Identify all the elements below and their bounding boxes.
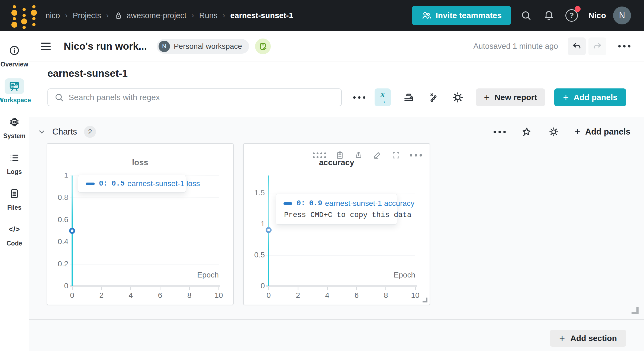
sidebar-item-logs[interactable]: Logs xyxy=(0,145,29,181)
breadcrumb-project[interactable]: awesome-project xyxy=(127,11,186,20)
data-point[interactable] xyxy=(69,228,75,234)
panel-accuracy[interactable]: accuracy 00.511.50246810Epoch 0: 0.9 ear… xyxy=(243,143,430,305)
x-tick-label: 6 xyxy=(346,291,368,300)
loss-chart-plot[interactable]: 00.20.40.60.810246810Epoch xyxy=(47,144,233,305)
x-tick-label: 2 xyxy=(91,291,112,300)
top-navbar: nico › Projects › awesome-project › Runs… xyxy=(0,0,644,31)
y-tick-label: 1 xyxy=(47,171,68,180)
personal-workspace-badge[interactable]: N Personal workspace xyxy=(157,39,249,54)
y-tick-label: 0.8 xyxy=(47,193,68,202)
list-icon xyxy=(5,150,24,166)
sidebar-item-code[interactable]: </> Code xyxy=(0,216,29,252)
settings-gear-icon[interactable] xyxy=(451,90,465,105)
workspace-title[interactable]: Nico's run work... xyxy=(64,41,147,52)
tooltip-step: 0: xyxy=(297,199,305,208)
section-overflow-menu-icon[interactable] xyxy=(494,131,506,133)
create-report-icon[interactable] xyxy=(255,39,271,54)
x-tick-mark xyxy=(298,287,298,290)
breadcrumb-separator: › xyxy=(106,11,109,20)
gridline xyxy=(266,193,415,193)
avatar[interactable]: N xyxy=(613,7,631,24)
data-point[interactable] xyxy=(266,227,272,233)
notifications-bell-icon[interactable] xyxy=(541,8,556,23)
sidebar-item-overview[interactable]: Overview xyxy=(0,37,29,73)
y-tick-label: 0.2 xyxy=(47,260,68,268)
breadcrumb-runs[interactable]: Runs xyxy=(199,11,218,20)
y-tick-label: 0 xyxy=(47,282,68,290)
panel-count-badge: 2 xyxy=(84,126,96,138)
sidebar-item-label: Code xyxy=(7,240,22,247)
panel-resize-handle[interactable] xyxy=(423,298,427,302)
new-report-button[interactable]: + New report xyxy=(476,88,545,106)
tooltip-value: 0.9 xyxy=(309,199,322,208)
run-name-heading: earnest-sunset-1 xyxy=(47,68,128,79)
x-axis-settings-button[interactable]: x → xyxy=(375,88,391,106)
breadcrumb-run-name[interactable]: earnest-sunset-1 xyxy=(230,11,293,20)
y-tick-label: 1.5 xyxy=(244,189,265,197)
redo-button[interactable] xyxy=(588,37,606,55)
add-section-label: Add section xyxy=(570,334,617,343)
plus-icon: + xyxy=(563,92,569,102)
add-panels-button[interactable]: + Add panels xyxy=(554,88,626,106)
people-icon xyxy=(421,10,432,21)
info-icon xyxy=(5,43,24,58)
search-icon[interactable] xyxy=(519,8,534,23)
charts-section: Charts 2 + Add pa xyxy=(29,117,644,351)
y-tick-label: 0.6 xyxy=(47,215,68,224)
panel-search-box[interactable] xyxy=(47,88,342,106)
sidebar-item-files[interactable]: Files xyxy=(0,181,29,216)
help-icon[interactable]: ? xyxy=(564,8,579,23)
x-tick-mark xyxy=(160,287,160,290)
app-screen: nico › Projects › awesome-project › Runs… xyxy=(0,0,644,351)
chevron-down-icon[interactable] xyxy=(37,127,46,136)
tooltip-copy-hint: Press CMD+C to copy this data xyxy=(276,211,397,219)
sidebar-item-workspace[interactable]: Workspace xyxy=(0,73,29,109)
x-tick-mark xyxy=(72,287,73,290)
tooltip-step: 0: xyxy=(99,180,108,188)
sidebar-item-label: Overview xyxy=(1,61,28,68)
invite-teammates-button[interactable]: Invite teammates xyxy=(412,6,511,25)
sidebar-item-label: Files xyxy=(7,204,21,211)
search-input[interactable] xyxy=(69,93,335,102)
sidebar-item-system[interactable]: System xyxy=(0,109,29,145)
charts-section-header: Charts 2 + Add pa xyxy=(37,124,630,139)
wandb-logo-icon[interactable] xyxy=(11,4,40,27)
smoothing-iron-icon[interactable] xyxy=(402,90,416,105)
undo-button[interactable] xyxy=(568,37,586,55)
charts-section-title[interactable]: Charts xyxy=(52,127,77,137)
x-tick-label: 4 xyxy=(316,291,338,300)
chip-icon xyxy=(5,114,24,130)
workspace-overflow-menu-icon[interactable] xyxy=(618,45,630,47)
add-section-button[interactable]: + Add section xyxy=(550,330,626,347)
x-axis xyxy=(266,285,417,287)
breadcrumb-projects[interactable]: Projects xyxy=(73,11,101,20)
tooltip-series-name: earnest-sunset-1 loss xyxy=(127,179,200,188)
breadcrumb-entity[interactable]: nico xyxy=(46,11,60,20)
invite-teammates-label: Invite teammates xyxy=(436,11,502,20)
x-tick-label: 8 xyxy=(179,291,200,300)
lock-icon xyxy=(114,11,123,20)
section-add-panels-button[interactable]: + Add panels xyxy=(575,127,630,137)
panel-loss[interactable]: loss 00.20.40.60.810246810Epoch 0: 0.5 e… xyxy=(47,143,234,305)
x-axis-label: Epoch xyxy=(165,271,219,279)
gridline xyxy=(70,197,219,198)
user-name[interactable]: Nico xyxy=(588,11,606,20)
panel-search-row: x → + New report + xyxy=(47,88,626,106)
sidebar-item-label: Logs xyxy=(7,168,22,176)
breadcrumb-separator: › xyxy=(65,11,67,20)
section-resize-handle[interactable] xyxy=(632,307,639,314)
document-icon xyxy=(5,186,24,202)
outliers-icon[interactable] xyxy=(427,90,440,105)
y-tick-label: 1 xyxy=(244,219,265,228)
x-tick-label: 10 xyxy=(208,291,230,300)
x-tick-label: 6 xyxy=(149,291,171,300)
sparkle-icon[interactable] xyxy=(520,126,533,138)
gridline xyxy=(70,242,219,242)
section-settings-gear-icon[interactable] xyxy=(548,126,560,138)
panel-menu-icon[interactable] xyxy=(41,43,51,50)
search-options-menu-icon[interactable] xyxy=(353,96,365,99)
section-divider xyxy=(29,319,644,320)
x-tick-mark xyxy=(415,287,416,290)
x-tick-mark xyxy=(218,287,219,290)
gridline xyxy=(266,255,415,256)
